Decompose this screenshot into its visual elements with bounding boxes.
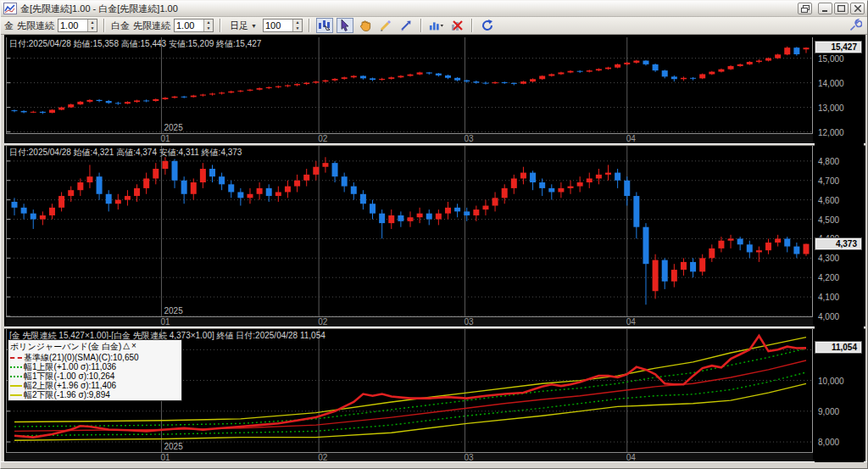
axis-tick-label: 4,800 bbox=[818, 157, 839, 166]
platinum-ratio-spinner[interactable]: ▲▼ bbox=[174, 19, 214, 32]
legend-item: 幅2下限(-1.96 σ):9,894 bbox=[10, 390, 180, 399]
chevron-down-icon: ▼ bbox=[251, 23, 257, 29]
indicator-chart-button[interactable] bbox=[428, 18, 445, 33]
month-tick-label: 01 bbox=[160, 134, 170, 143]
bar-chart-icon bbox=[429, 19, 444, 32]
chart-area: 2025 日付:2025/04/28 始値:15,358 高値:15,443 安… bbox=[4, 35, 865, 462]
legend-item: 幅1下限(-1.00 σ):10,264 bbox=[10, 371, 180, 381]
gold-chart-panel[interactable]: 2025 日付:2025/04/28 始値:15,358 高値:15,443 安… bbox=[6, 37, 813, 133]
crosshair-chart-button[interactable] bbox=[316, 18, 333, 33]
axis-tick-label: 4,700 bbox=[818, 176, 839, 186]
svg-text:2025: 2025 bbox=[164, 123, 183, 132]
draw-pencil-button[interactable] bbox=[377, 18, 394, 33]
period-dropdown[interactable]: 日足 ▼ bbox=[227, 19, 259, 32]
platinum-candlestick-chart[interactable]: 2025 bbox=[7, 146, 814, 316]
legend-line-swatch bbox=[10, 366, 22, 368]
window-bottom-frame bbox=[1, 461, 867, 468]
platinum-last-price-box: 4,373 bbox=[815, 238, 861, 249]
platinum-series-label: 先限連続 bbox=[133, 20, 170, 32]
gold-chart-xaxis: 01020304 bbox=[6, 133, 813, 143]
legend-item-label: 幅2下限(-1.96 σ):9,894 bbox=[24, 390, 110, 399]
period-label: 日足 bbox=[230, 20, 248, 32]
spinner-arrows-icon[interactable]: ▲▼ bbox=[87, 20, 97, 31]
legend-item: 幅1上限(+1.00 σ):11,036 bbox=[10, 362, 180, 371]
legend-line-swatch bbox=[10, 385, 22, 387]
axis-tick-label: 10,000 bbox=[818, 377, 844, 386]
axis-tick-label: 9,000 bbox=[818, 407, 839, 416]
axis-tick-label: 12,000 bbox=[818, 128, 844, 137]
svg-text:2025: 2025 bbox=[164, 442, 183, 451]
month-tick-label: 03 bbox=[464, 317, 473, 327]
axis-tick-label: 8,000 bbox=[818, 438, 839, 447]
gold-label: 金 bbox=[4, 20, 14, 32]
axis-tick-label: 14,000 bbox=[818, 79, 844, 88]
month-tick-label: 04 bbox=[626, 134, 636, 143]
axis-tick-label: 13,000 bbox=[818, 103, 844, 113]
legend-collapse-button[interactable]: △ bbox=[123, 341, 130, 353]
window-title: 金[先限連続]1.00 - 白金[先限連続]1.00 bbox=[20, 3, 178, 15]
legend-close-button[interactable]: × bbox=[131, 341, 136, 353]
title-bar: 金[先限連続]1.00 - 白金[先限連続]1.00 bbox=[1, 1, 867, 17]
bar-count-input[interactable] bbox=[264, 20, 292, 31]
delete-indicator-icon bbox=[450, 19, 464, 32]
toolbar-separator bbox=[420, 19, 422, 32]
axis-tick-label: 4,600 bbox=[818, 196, 839, 205]
spinner-arrows-icon[interactable]: ▲▼ bbox=[292, 20, 302, 31]
platinum-chart-xaxis: 01020304 bbox=[6, 316, 813, 327]
refresh-icon bbox=[481, 19, 494, 32]
layered-windows-icon bbox=[801, 5, 810, 13]
pin-window-button[interactable] bbox=[798, 3, 812, 14]
legend-item-label: 基準線(21)(0)(SMA)(C):10,650 bbox=[24, 353, 139, 362]
month-tick-label: 03 bbox=[464, 134, 473, 143]
gold-ohlc-info: 日付:2025/04/28 始値:15,358 高値:15,443 安値:15,… bbox=[9, 38, 261, 50]
month-tick-label: 02 bbox=[318, 134, 327, 143]
price-axis-column: 15,427 4,373 11,054 15,00014,00013,00012… bbox=[815, 35, 864, 462]
gold-ratio-spinner[interactable]: ▲▼ bbox=[58, 19, 97, 32]
axis-tick-label: 4,100 bbox=[818, 293, 839, 302]
spread-chart-panel[interactable]: 2025 [金 先限連続 15,427×1.00]-[白金 先限連続 4,373… bbox=[6, 329, 813, 452]
trendline-arrow-button[interactable] bbox=[398, 18, 415, 33]
toolbar-separator bbox=[471, 19, 473, 32]
axis-tick-label: 4,300 bbox=[818, 254, 839, 263]
platinum-chart-panel[interactable]: 2025 日付:2025/04/28 始値:4,321 高値:4,374 安値:… bbox=[6, 146, 813, 316]
svg-text:2025: 2025 bbox=[164, 306, 183, 315]
bollinger-legend: ボリンジャーバンド(金 白金) △ × 基準線(21)(0)(SMA)(C):1… bbox=[8, 339, 182, 401]
close-icon bbox=[854, 5, 861, 12]
spread-last-price-box: 11,054 bbox=[815, 342, 861, 353]
platinum-ratio-input[interactable] bbox=[175, 20, 203, 31]
select-cursor-button[interactable] bbox=[337, 18, 353, 33]
app-window: 金[先限連続]1.00 - 白金[先限連続]1.00 金 先限連続 ▲▼ 白金 … bbox=[0, 0, 868, 469]
axis-tick-label: 15,000 bbox=[818, 54, 844, 64]
toolbar-separator bbox=[309, 19, 310, 32]
legend-line-swatch bbox=[10, 376, 22, 377]
gold-candlestick-chart[interactable]: 2025 bbox=[7, 37, 814, 133]
crosshair-chart-icon bbox=[318, 19, 331, 32]
select-arrow-icon bbox=[338, 19, 352, 32]
month-tick-label: 04 bbox=[626, 317, 636, 327]
toolbar-separator bbox=[103, 19, 105, 32]
axis-tick-label: 4,500 bbox=[818, 215, 839, 225]
gold-ratio-input[interactable] bbox=[58, 20, 87, 31]
hand-pan-button[interactable] bbox=[357, 18, 374, 33]
refresh-button[interactable] bbox=[479, 18, 496, 33]
trendline-arrow-icon bbox=[399, 19, 413, 32]
spinner-arrows-icon[interactable]: ▲▼ bbox=[203, 20, 213, 31]
maximize-button[interactable] bbox=[834, 3, 849, 14]
legend-item-label: 幅1下限(-1.00 σ):10,264 bbox=[24, 371, 114, 381]
axis-tick-label: 4,200 bbox=[818, 273, 839, 282]
legend-line-swatch bbox=[10, 394, 22, 396]
minimize-button[interactable] bbox=[818, 3, 832, 14]
month-tick-label: 02 bbox=[318, 317, 327, 327]
month-tick-label: 01 bbox=[160, 317, 170, 327]
axis-tick-label: 4,000 bbox=[818, 312, 839, 321]
toolbar: 金 先限連続 ▲▼ 白金 先限連続 ▲▼ 日足 ▼ ▲▼ bbox=[1, 17, 867, 35]
bar-count-spinner[interactable]: ▲▼ bbox=[263, 19, 303, 32]
delete-indicator-button[interactable] bbox=[448, 18, 465, 33]
legend-item: 幅2上限(+1.96 σ):11,406 bbox=[10, 381, 180, 390]
app-icon bbox=[3, 3, 17, 14]
gold-last-price-box: 15,427 bbox=[815, 42, 861, 53]
wrench-icon bbox=[849, 19, 862, 32]
hand-pan-icon bbox=[359, 19, 372, 32]
settings-wrench-button[interactable] bbox=[847, 18, 864, 33]
close-button[interactable] bbox=[850, 3, 865, 14]
